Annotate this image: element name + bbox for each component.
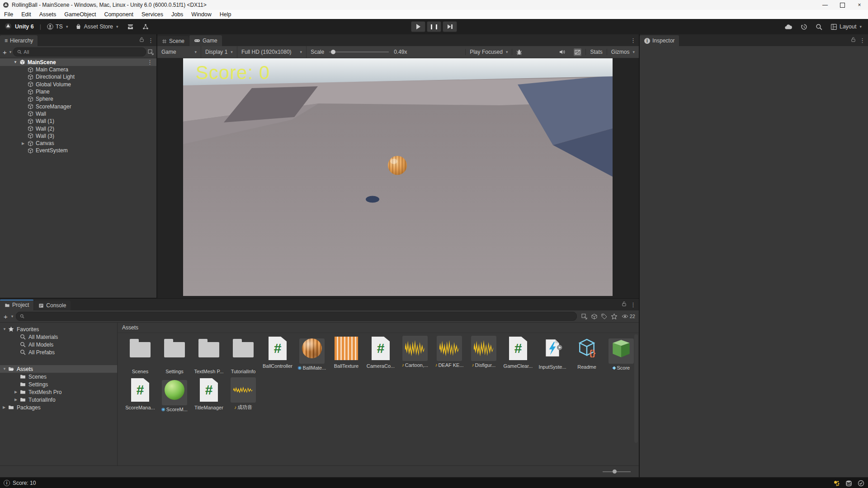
project-search-input[interactable] [16, 312, 576, 321]
scale-slider[interactable] [329, 52, 389, 52]
tab-hierarchy[interactable]: ≡ Hierarchy [0, 35, 38, 46]
hierarchy-item[interactable]: ▶ Canvas [0, 140, 156, 147]
menu-item[interactable]: Assets [35, 10, 61, 19]
kebab-menu-icon[interactable]: ⋮ [147, 59, 153, 66]
play-focused-dropdown[interactable]: Play Focused▾ [465, 49, 512, 55]
favorites-star-icon[interactable] [611, 314, 617, 319]
project-tree-item[interactable]: Settings [0, 380, 117, 388]
kebab-menu-icon[interactable]: ⋮ [630, 37, 636, 44]
archive-tray-icon[interactable] [127, 23, 134, 30]
mute-audio-icon[interactable] [555, 49, 570, 55]
account-dropdown[interactable]: TS▾ [47, 23, 68, 30]
hierarchy-item[interactable]: Directional Light [0, 73, 156, 80]
menu-item[interactable]: GameObject [60, 10, 100, 19]
resolution-dropdown[interactable]: Full HD (868x488)▾ [237, 46, 307, 58]
hierarchy-item[interactable]: EventSystem [0, 147, 156, 154]
project-tree-item[interactable]: ▶ TextMesh Pro [0, 388, 117, 396]
expand-arrow-icon[interactable]: ▶ [14, 398, 20, 402]
expand-arrow-icon[interactable]: ▼ [3, 327, 8, 331]
undo-history-icon[interactable] [801, 23, 807, 30]
tab-console[interactable]: Console [34, 300, 71, 310]
hierarchy-item[interactable]: Plane [0, 88, 156, 95]
asset-item[interactable]: # {} BallTexture [329, 336, 363, 377]
asset-item[interactable]: # {} 成功音 [226, 377, 260, 419]
project-tree-item[interactable]: Scenes [0, 373, 117, 380]
window-picker-icon[interactable] [148, 49, 154, 55]
tab-inspector[interactable]: i Inspector [640, 35, 679, 46]
game-viewport[interactable]: Score: 0 [183, 58, 613, 296]
asset-item[interactable]: # {} Disfigur... [467, 336, 501, 377]
project-scrollbar[interactable] [634, 334, 638, 443]
expand-arrow-icon[interactable]: ▶ [14, 390, 20, 394]
tab-project[interactable]: Project [0, 300, 33, 310]
tab-scene[interactable]: Scene [157, 36, 189, 46]
cache-server-icon[interactable] [845, 480, 852, 487]
kebab-menu-icon[interactable]: ⋮ [859, 37, 865, 44]
lock-icon[interactable] [622, 300, 627, 309]
hierarchy-item[interactable]: Global Volume [0, 81, 156, 88]
menu-item[interactable]: Component [100, 10, 137, 19]
asset-item[interactable]: # {} CameraCo... [363, 336, 398, 377]
menu-item[interactable]: Jobs [167, 10, 187, 19]
vsync-toggle-icon[interactable] [570, 48, 585, 56]
progress-check-icon[interactable] [858, 480, 864, 487]
kebab-menu-icon[interactable]: ⋮ [630, 301, 636, 308]
close-button[interactable]: × [851, 0, 868, 10]
asset-item[interactable]: # {} Score [604, 336, 638, 377]
project-tree-item[interactable]: All Prefabs [0, 348, 117, 356]
asset-item[interactable]: # {} ScoreM... [157, 377, 192, 419]
search-icon[interactable] [816, 23, 822, 30]
asset-item[interactable]: # {} Settings [157, 336, 192, 377]
menu-item[interactable]: Help [216, 10, 236, 19]
status-message[interactable]: Score: 10 [13, 480, 36, 486]
display-dropdown[interactable]: Display 1▾ [201, 46, 237, 58]
expand-arrow-icon[interactable]: ▶ [3, 405, 8, 409]
package-icon[interactable] [591, 314, 597, 319]
bug-icon[interactable] [512, 49, 526, 55]
tab-game[interactable]: Game [189, 35, 222, 46]
create-dropdown-icon[interactable]: ▾ [11, 314, 14, 319]
asset-item[interactable]: # {} InputSyste... [535, 336, 570, 377]
hierarchy-item[interactable]: Sphere [0, 95, 156, 103]
hierarchy-item[interactable]: Wall [0, 110, 156, 117]
multiplayer-nodes-icon[interactable] [142, 23, 149, 30]
asset-item[interactable]: # {} Readme [570, 336, 604, 377]
search-window-icon[interactable] [581, 314, 587, 319]
asset-store-dropdown[interactable]: Asset Store▾ [75, 23, 118, 30]
asset-item[interactable]: # {} TextMesh P... [192, 336, 226, 377]
hierarchy-search-input[interactable]: All [13, 47, 146, 56]
asset-item[interactable]: # {} Cartoon,... [398, 336, 432, 377]
asset-item[interactable]: # {} BallController [260, 336, 295, 377]
debugger-status-icon[interactable] [833, 480, 840, 487]
maximize-button[interactable] [834, 0, 851, 10]
project-tree-item[interactable]: All Models [0, 341, 117, 348]
hierarchy-item[interactable]: ScoreManager [0, 103, 156, 110]
menu-item[interactable]: File [0, 10, 17, 19]
cloud-icon[interactable] [784, 24, 793, 30]
add-gameobject-button[interactable]: + [3, 49, 7, 56]
project-tree-item[interactable]: ▼ Assets [0, 365, 117, 373]
add-dropdown-icon[interactable]: ▾ [9, 50, 12, 54]
expand-arrow-icon[interactable]: ▼ [3, 367, 8, 371]
asset-item[interactable]: # {} BallMate... [295, 336, 329, 377]
hierarchy-item[interactable]: Wall (1) [0, 117, 156, 125]
asset-item[interactable]: # {} TitleManager [192, 377, 226, 419]
asset-item[interactable]: # {} ScoreMana... [123, 377, 157, 419]
hierarchy-item[interactable]: Wall (2) [0, 125, 156, 132]
hierarchy-item[interactable]: Main Camera [0, 66, 156, 73]
play-button[interactable] [411, 21, 425, 32]
asset-item[interactable]: # {} DEAF KE... [432, 336, 467, 377]
project-tree-item[interactable]: All Materials [0, 333, 117, 341]
menu-item[interactable]: Services [137, 10, 167, 19]
stats-toggle[interactable]: Stats [585, 49, 607, 55]
pause-button[interactable] [427, 21, 441, 32]
step-button[interactable] [443, 21, 457, 32]
game-mode-dropdown[interactable]: Game▾ [157, 46, 201, 58]
hierarchy-item[interactable]: Wall (3) [0, 132, 156, 140]
kebab-menu-icon[interactable]: ⋮ [148, 37, 154, 44]
label-tag-icon[interactable] [601, 314, 607, 319]
minimize-button[interactable]: — [816, 0, 834, 10]
asset-item[interactable]: # {} Scenes [123, 336, 157, 377]
expand-arrow-icon[interactable]: ▼ [14, 60, 19, 64]
project-tree-item[interactable]: ▶ TutorialInfo [0, 396, 117, 404]
